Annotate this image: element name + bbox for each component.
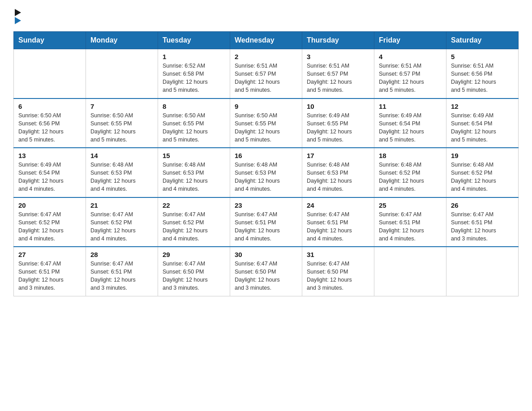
day-info: Sunrise: 6:51 AMSunset: 6:56 PMDaylight:… [451,62,514,94]
calendar-cell: 10Sunrise: 6:49 AMSunset: 6:55 PMDayligh… [302,98,374,148]
day-info: Sunrise: 6:48 AMSunset: 6:53 PMDaylight:… [307,161,369,193]
calendar-header-thursday: Thursday [302,32,374,49]
calendar-header-saturday: Saturday [446,32,519,49]
calendar-cell: 26Sunrise: 6:47 AMSunset: 6:51 PMDayligh… [446,197,519,247]
day-number: 23 [235,201,297,209]
day-number: 25 [379,201,442,209]
day-number: 7 [90,103,153,110]
day-number: 31 [307,251,369,258]
calendar-header-wednesday: Wednesday [230,32,302,49]
calendar-cell: 22Sunrise: 6:47 AMSunset: 6:52 PMDayligh… [158,197,230,247]
calendar-header-sunday: Sunday [14,32,86,49]
day-number: 27 [18,251,81,258]
day-info: Sunrise: 6:49 AMSunset: 6:54 PMDaylight:… [451,111,514,144]
calendar-header-monday: Monday [86,32,158,49]
calendar-cell [14,49,86,98]
calendar-cell: 5Sunrise: 6:51 AMSunset: 6:56 PMDaylight… [446,49,519,98]
day-number: 15 [163,152,225,159]
day-number: 9 [235,103,297,110]
day-info: Sunrise: 6:48 AMSunset: 6:53 PMDaylight:… [163,161,225,193]
day-number: 30 [235,251,297,258]
calendar-cell: 7Sunrise: 6:50 AMSunset: 6:55 PMDaylight… [86,98,158,148]
calendar-cell: 12Sunrise: 6:49 AMSunset: 6:54 PMDayligh… [446,98,519,148]
day-info: Sunrise: 6:47 AMSunset: 6:52 PMDaylight:… [90,210,153,243]
calendar-week-row: 13Sunrise: 6:49 AMSunset: 6:54 PMDayligh… [14,148,519,197]
day-info: Sunrise: 6:49 AMSunset: 6:54 PMDaylight:… [18,161,81,193]
day-number: 11 [379,103,442,110]
day-number: 10 [307,103,369,110]
day-number: 24 [307,201,369,209]
day-info: Sunrise: 6:47 AMSunset: 6:50 PMDaylight:… [307,260,369,292]
calendar-cell: 18Sunrise: 6:48 AMSunset: 6:52 PMDayligh… [374,148,446,197]
day-number: 17 [307,152,369,159]
calendar-cell: 14Sunrise: 6:48 AMSunset: 6:53 PMDayligh… [86,148,158,197]
calendar-cell [374,247,446,296]
day-number: 29 [163,251,225,258]
calendar-cell: 6Sunrise: 6:50 AMSunset: 6:56 PMDaylight… [14,98,86,148]
day-number: 2 [235,53,297,60]
day-info: Sunrise: 6:47 AMSunset: 6:51 PMDaylight:… [451,210,514,243]
day-info: Sunrise: 6:48 AMSunset: 6:53 PMDaylight:… [90,161,153,193]
calendar-cell [446,247,519,296]
day-number: 3 [307,53,369,60]
day-number: 28 [90,251,153,258]
day-info: Sunrise: 6:51 AMSunset: 6:57 PMDaylight:… [307,62,369,94]
calendar-cell: 29Sunrise: 6:47 AMSunset: 6:50 PMDayligh… [158,247,230,296]
day-number: 1 [163,53,225,60]
day-info: Sunrise: 6:48 AMSunset: 6:52 PMDaylight:… [451,161,514,193]
day-info: Sunrise: 6:50 AMSunset: 6:55 PMDaylight:… [235,111,297,144]
calendar-cell: 3Sunrise: 6:51 AMSunset: 6:57 PMDaylight… [302,49,374,98]
calendar-cell: 13Sunrise: 6:49 AMSunset: 6:54 PMDayligh… [14,148,86,197]
day-number: 8 [163,103,225,110]
day-info: Sunrise: 6:48 AMSunset: 6:53 PMDaylight:… [235,161,297,193]
calendar-cell: 11Sunrise: 6:49 AMSunset: 6:54 PMDayligh… [374,98,446,148]
day-number: 19 [451,152,514,159]
calendar-cell: 24Sunrise: 6:47 AMSunset: 6:51 PMDayligh… [302,197,374,247]
day-info: Sunrise: 6:47 AMSunset: 6:50 PMDaylight:… [163,260,225,292]
day-number: 5 [451,53,514,60]
day-number: 6 [18,103,81,110]
day-info: Sunrise: 6:49 AMSunset: 6:54 PMDaylight:… [379,111,442,144]
day-number: 12 [451,103,514,110]
calendar-week-row: 27Sunrise: 6:47 AMSunset: 6:51 PMDayligh… [14,247,519,296]
calendar-cell: 2Sunrise: 6:51 AMSunset: 6:57 PMDaylight… [230,49,302,98]
day-number: 22 [163,201,225,209]
calendar-cell: 17Sunrise: 6:48 AMSunset: 6:53 PMDayligh… [302,148,374,197]
day-number: 13 [18,152,81,159]
day-info: Sunrise: 6:48 AMSunset: 6:52 PMDaylight:… [379,161,442,193]
calendar-cell: 4Sunrise: 6:51 AMSunset: 6:57 PMDaylight… [374,49,446,98]
calendar-cell: 1Sunrise: 6:52 AMSunset: 6:58 PMDaylight… [158,49,230,98]
day-info: Sunrise: 6:47 AMSunset: 6:52 PMDaylight:… [163,210,225,243]
calendar-cell: 19Sunrise: 6:48 AMSunset: 6:52 PMDayligh… [446,148,519,197]
day-info: Sunrise: 6:50 AMSunset: 6:55 PMDaylight:… [163,111,225,144]
day-number: 18 [379,152,442,159]
day-number: 16 [235,152,297,159]
day-number: 14 [90,152,153,159]
calendar-cell [86,49,158,98]
calendar-table: SundayMondayTuesdayWednesdayThursdayFrid… [13,31,519,296]
day-info: Sunrise: 6:52 AMSunset: 6:58 PMDaylight:… [163,62,225,94]
calendar-cell: 27Sunrise: 6:47 AMSunset: 6:51 PMDayligh… [14,247,86,296]
logo-arrow-blue-icon [15,17,21,24]
day-info: Sunrise: 6:47 AMSunset: 6:51 PMDaylight:… [235,210,297,243]
calendar-week-row: 20Sunrise: 6:47 AMSunset: 6:52 PMDayligh… [14,197,519,247]
day-info: Sunrise: 6:47 AMSunset: 6:51 PMDaylight:… [90,260,153,292]
calendar-cell: 30Sunrise: 6:47 AMSunset: 6:50 PMDayligh… [230,247,302,296]
calendar-cell: 23Sunrise: 6:47 AMSunset: 6:51 PMDayligh… [230,197,302,247]
calendar-header-friday: Friday [374,32,446,49]
day-info: Sunrise: 6:47 AMSunset: 6:51 PMDaylight:… [307,210,369,243]
logo-arrow-dark-icon [15,9,21,16]
day-info: Sunrise: 6:47 AMSunset: 6:50 PMDaylight:… [235,260,297,292]
day-info: Sunrise: 6:47 AMSunset: 6:51 PMDaylight:… [18,260,81,292]
day-number: 21 [90,201,153,209]
calendar-cell: 25Sunrise: 6:47 AMSunset: 6:51 PMDayligh… [374,197,446,247]
calendar-week-row: 6Sunrise: 6:50 AMSunset: 6:56 PMDaylight… [14,98,519,148]
calendar-week-row: 1Sunrise: 6:52 AMSunset: 6:58 PMDaylight… [14,49,519,98]
page-header [13,9,519,24]
calendar-cell: 9Sunrise: 6:50 AMSunset: 6:55 PMDaylight… [230,98,302,148]
day-info: Sunrise: 6:47 AMSunset: 6:52 PMDaylight:… [18,210,81,243]
calendar-cell: 15Sunrise: 6:48 AMSunset: 6:53 PMDayligh… [158,148,230,197]
day-info: Sunrise: 6:47 AMSunset: 6:51 PMDaylight:… [379,210,442,243]
day-info: Sunrise: 6:50 AMSunset: 6:55 PMDaylight:… [90,111,153,144]
day-number: 26 [451,201,514,209]
